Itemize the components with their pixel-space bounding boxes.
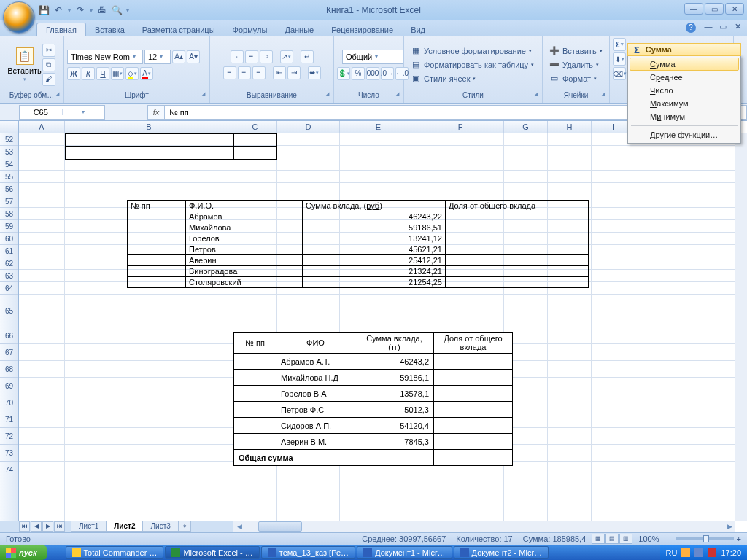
font-size-combo[interactable]: 12▾ <box>144 50 171 64</box>
row-header[interactable]: 55 <box>0 171 18 183</box>
autosum-button[interactable]: Σ <box>613 38 626 51</box>
row-header[interactable]: 60 <box>0 233 18 245</box>
view-page-layout-icon[interactable]: ▤ <box>605 534 619 544</box>
menu-item-more-functions[interactable]: Другие функции… <box>630 128 739 141</box>
align-left-icon[interactable]: ≡ <box>223 66 236 79</box>
maximize-button[interactable]: ▭ <box>705 3 724 15</box>
number-format-combo[interactable]: Общий▾ <box>342 50 403 64</box>
paste-button[interactable]: 📋 Вставить ▾ <box>9 41 41 89</box>
workbook-restore-icon[interactable]: ▭ <box>718 22 728 31</box>
increase-decimal-icon[interactable]: .0→ <box>381 67 394 80</box>
row-header[interactable]: 67 <box>0 344 18 361</box>
help-icon[interactable]: ? <box>686 23 696 33</box>
row-header[interactable]: 53 <box>0 146 18 158</box>
tray-icon[interactable] <box>708 548 716 557</box>
column-header[interactable]: C <box>233 121 277 133</box>
fill-icon[interactable]: ⬇ <box>613 52 626 66</box>
sheet-tab[interactable]: Лист2 <box>106 521 143 532</box>
font-color-icon[interactable]: A <box>140 67 153 80</box>
tab-data[interactable]: Данные <box>276 23 322 36</box>
sheet-nav-last-icon[interactable]: ⏭ <box>54 521 65 532</box>
row-header[interactable]: 56 <box>0 183 18 195</box>
spreadsheet-grid[interactable]: ABCDEFGHI 525354555657585960616263646566… <box>0 121 747 532</box>
sheet-nav-prev-icon[interactable]: ◀ <box>31 521 42 532</box>
cell-styles-button[interactable]: ▣Стили ячеек▾ <box>407 72 479 85</box>
bold-icon[interactable]: Ж <box>67 67 80 80</box>
insert-cells-button[interactable]: ➕Вставить▾ <box>546 44 606 58</box>
underline-icon[interactable]: Ч <box>96 67 109 80</box>
currency-icon[interactable]: 💲 <box>337 67 350 80</box>
align-right-icon[interactable]: ≡ <box>252 66 266 79</box>
zoom-in-icon[interactable]: + <box>737 534 741 543</box>
font-name-combo[interactable]: Times New Rom▾ <box>67 50 143 64</box>
start-button[interactable]: пуск <box>0 545 47 560</box>
menu-item-min[interactable]: Минимум <box>630 110 739 123</box>
cut-icon[interactable]: ✂ <box>42 44 55 57</box>
taskbar-item[interactable]: тема_13_каз [Ре… <box>261 546 355 559</box>
zoom-out-icon[interactable]: – <box>667 534 672 543</box>
view-page-break-icon[interactable]: ▥ <box>619 534 632 544</box>
office-button[interactable] <box>3 1 35 34</box>
column-header[interactable]: H <box>548 121 592 133</box>
horizontal-scrollbar[interactable]: ◀▶ <box>233 521 735 532</box>
sheet-nav-next-icon[interactable]: ▶ <box>42 521 53 532</box>
align-bottom-icon[interactable]: ⫡ <box>260 50 273 63</box>
row-header[interactable]: 63 <box>0 270 18 282</box>
column-header[interactable]: E <box>340 121 417 133</box>
language-indicator[interactable]: RU <box>666 548 678 557</box>
row-header[interactable]: 52 <box>0 133 18 146</box>
row-header[interactable]: 62 <box>0 257 18 270</box>
tray-icon[interactable] <box>694 548 703 557</box>
close-button[interactable]: ✕ <box>725 3 744 15</box>
align-center-icon[interactable]: ≡ <box>238 66 251 79</box>
percent-icon[interactable]: % <box>352 67 365 80</box>
orientation-icon[interactable]: ↗ <box>280 50 293 63</box>
format-as-table-button[interactable]: ▤Форматировать как таблицу▾ <box>407 58 538 71</box>
row-header[interactable]: 72 <box>0 428 18 445</box>
row-header[interactable]: 70 <box>0 394 18 411</box>
workbook-minimize-icon[interactable]: — <box>703 22 713 31</box>
row-header[interactable]: 57 <box>0 195 18 208</box>
view-normal-icon[interactable]: ▦ <box>592 534 605 544</box>
new-sheet-icon[interactable]: ✧ <box>178 521 191 532</box>
clock[interactable]: 17:20 <box>721 548 741 557</box>
tab-review[interactable]: Рецензирование <box>322 23 402 36</box>
zoom-slider[interactable] <box>676 537 734 540</box>
clear-icon[interactable]: ⌫ <box>613 67 626 80</box>
row-header[interactable]: 54 <box>0 158 18 171</box>
taskbar-item[interactable]: Документ1 - Micr… <box>357 546 452 559</box>
column-header[interactable]: A <box>19 121 65 133</box>
tab-page-layout[interactable]: Разметка страницы <box>133 23 224 36</box>
sheet-tab[interactable]: Лист3 <box>142 521 178 532</box>
increase-indent-icon[interactable]: ⇥ <box>287 66 301 79</box>
tab-view[interactable]: Вид <box>402 23 434 36</box>
decrease-indent-icon[interactable]: ⇤ <box>273 66 286 79</box>
sheet-tab[interactable]: Лист1 <box>71 521 107 532</box>
row-header[interactable]: 61 <box>0 245 18 257</box>
tray-icon[interactable] <box>681 548 690 557</box>
delete-cells-button[interactable]: ➖Удалить▾ <box>546 58 603 71</box>
row-header[interactable]: 64 <box>0 282 18 295</box>
fx-button[interactable]: fx <box>147 105 165 120</box>
align-top-icon[interactable]: ⫠ <box>231 50 244 63</box>
undo-icon[interactable]: ↶ <box>53 4 64 16</box>
menu-item-sum[interactable]: Сумма <box>630 58 739 71</box>
redo-icon[interactable]: ↷ <box>74 4 86 16</box>
comma-icon[interactable]: 000 <box>366 67 379 80</box>
workbook-close-icon[interactable]: ✕ <box>732 22 743 31</box>
tab-insert[interactable]: Вставка <box>86 23 133 36</box>
row-header[interactable]: 69 <box>0 378 18 394</box>
row-header[interactable]: 68 <box>0 361 18 378</box>
zoom-level[interactable]: 100% <box>638 534 659 543</box>
align-middle-icon[interactable]: ≡ <box>245 50 258 63</box>
quick-print-icon[interactable]: 🖶 <box>96 4 108 16</box>
name-box[interactable]: C65▾ <box>19 105 105 120</box>
borders-icon[interactable]: ▦ <box>111 67 124 80</box>
taskbar-item[interactable]: Total Commander … <box>66 546 164 559</box>
taskbar-item[interactable]: Microsoft Excel - … <box>165 546 259 559</box>
shrink-font-icon[interactable]: A▾ <box>187 50 200 63</box>
row-header[interactable]: 65 <box>0 295 18 327</box>
column-header[interactable]: B <box>65 121 233 133</box>
sheet-nav-first-icon[interactable]: ⏮ <box>19 521 30 532</box>
italic-icon[interactable]: К <box>82 67 95 80</box>
